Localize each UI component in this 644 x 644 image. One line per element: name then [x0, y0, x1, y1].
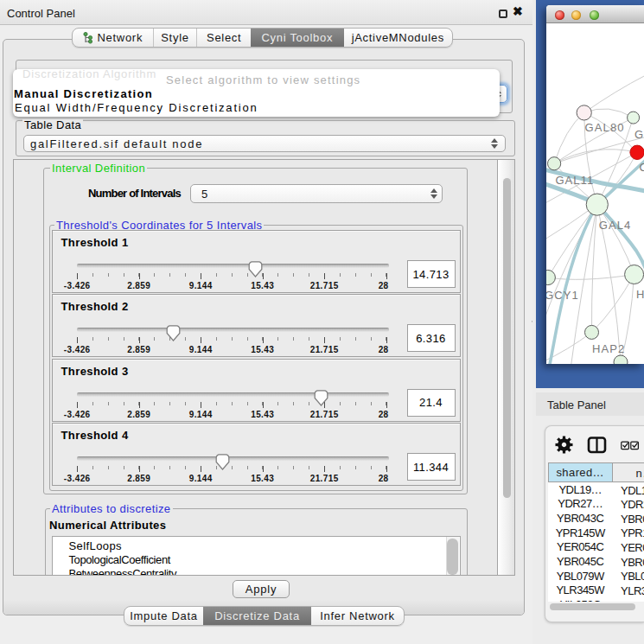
svg-text:GCY1: GCY1	[546, 289, 579, 302]
svg-text:GAL11: GAL11	[555, 174, 594, 187]
svg-text:HAP2: HAP2	[592, 342, 625, 355]
svg-text:H: H	[636, 288, 644, 301]
svg-text:GA: GA	[634, 128, 644, 141]
svg-text:C: C	[640, 161, 644, 174]
svg-text:GAL4: GAL4	[599, 219, 632, 232]
svg-text:GAL80: GAL80	[585, 121, 625, 134]
